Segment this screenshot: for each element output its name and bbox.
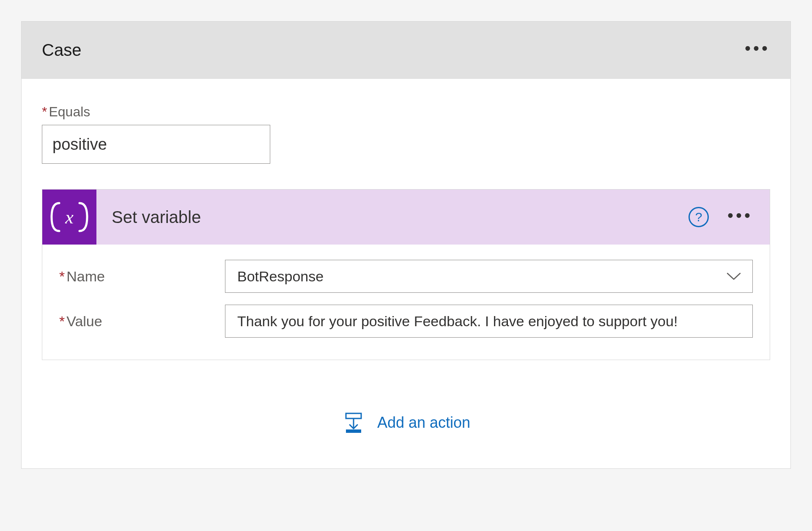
name-select[interactable] xyxy=(225,260,753,293)
more-icon[interactable]: ••• xyxy=(745,40,770,60)
set-variable-card: x Set variable ? ••• *Name xyxy=(42,189,770,360)
set-variable-body: *Name *Value xyxy=(42,245,770,360)
name-label-text: Name xyxy=(66,268,105,284)
equals-label-text: Equals xyxy=(49,104,90,119)
case-card: Case ••• *Equals x Set variable ? ••• xyxy=(21,21,791,469)
svg-text:x: x xyxy=(65,207,74,228)
case-header[interactable]: Case ••• xyxy=(22,22,790,79)
case-title: Case xyxy=(42,41,81,60)
svg-rect-3 xyxy=(346,429,361,433)
set-variable-header[interactable]: x Set variable ? ••• xyxy=(42,190,770,245)
add-action-label: Add an action xyxy=(377,414,470,432)
value-row: *Value xyxy=(59,305,753,338)
value-input[interactable] xyxy=(225,305,753,338)
value-label: *Value xyxy=(59,313,225,330)
equals-input[interactable] xyxy=(42,125,270,164)
equals-label: *Equals xyxy=(42,104,770,120)
insert-step-icon xyxy=(342,411,365,435)
action-more-icon[interactable]: ••• xyxy=(727,207,753,227)
value-label-text: Value xyxy=(66,313,102,329)
name-row: *Name xyxy=(59,260,753,293)
name-label: *Name xyxy=(59,268,225,285)
add-action-button[interactable]: Add an action xyxy=(42,411,770,435)
name-select-input[interactable] xyxy=(225,260,753,293)
variable-icon: x xyxy=(42,190,96,245)
set-variable-title: Set variable xyxy=(112,208,689,227)
case-body: *Equals x Set variable ? ••• *Name xyxy=(22,79,790,468)
help-icon[interactable]: ? xyxy=(689,207,709,227)
svg-rect-1 xyxy=(346,413,361,418)
